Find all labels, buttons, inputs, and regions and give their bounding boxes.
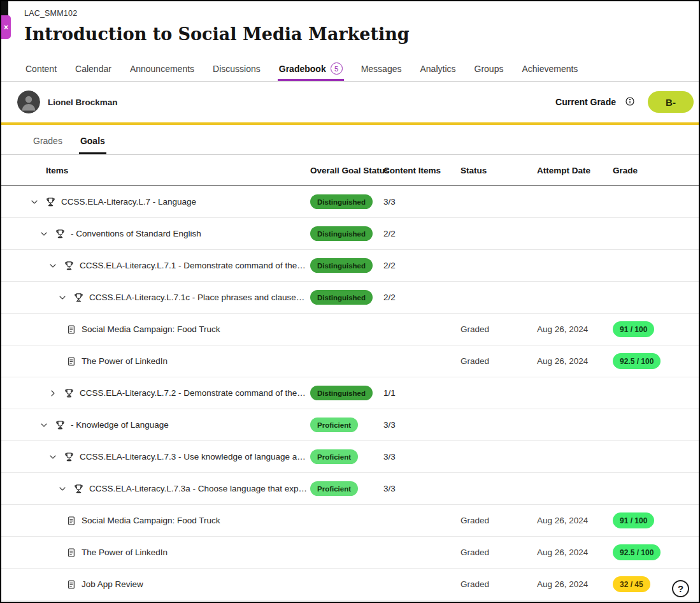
goal-icon [73, 292, 84, 303]
table-row: Social Media Campaign: Food Truck Graded… [1, 314, 699, 345]
document-icon [66, 356, 76, 367]
collapse-panel-tab[interactable]: × [1, 15, 11, 39]
tab-announcements[interactable]: Announcements [129, 56, 196, 81]
expand-collapse-toggle[interactable] [38, 419, 50, 431]
expand-collapse-toggle[interactable] [47, 260, 59, 272]
column-header-content-items: Content Items [383, 166, 461, 175]
column-header-status: Status [461, 166, 537, 175]
item-status: Graded [461, 579, 537, 589]
tab-content[interactable]: Content [24, 56, 58, 81]
item-label[interactable]: Job App Review [82, 579, 143, 589]
goal-icon [45, 196, 56, 207]
tab-groups[interactable]: Groups [473, 56, 505, 81]
current-grade-pill[interactable]: B- [648, 91, 694, 113]
expand-collapse-toggle[interactable] [29, 196, 40, 208]
item-label[interactable]: Social Media Campaign: Food Truck [82, 324, 220, 334]
attempt-date: Aug 26, 2024 [537, 516, 613, 525]
document-icon [66, 516, 76, 526]
table-row: CCSS.ELA-Literacy.L.7.1 - Demonstrate co… [1, 250, 699, 282]
goal-label: CCSS.ELA-Literacy.L.7.3a - Choose langua… [89, 484, 308, 493]
goal-label: CCSS.ELA-Literacy.L.7.1c - Place phrases… [89, 293, 308, 302]
grade-pill[interactable]: 92.5 / 100 [613, 353, 661, 369]
chevron-down-icon [39, 229, 49, 239]
student-name: Lionel Brockman [48, 98, 118, 107]
grade-pill[interactable]: 92.5 / 100 [613, 544, 661, 560]
current-grade-group: Current Grade B- [555, 91, 694, 113]
column-header-grade: Grade [613, 166, 699, 175]
table-row: CCSS.ELA-Literacy.L.7.2 - Demonstrate co… [1, 377, 699, 409]
subtab-grades[interactable]: Grades [32, 136, 64, 154]
avatar[interactable] [17, 91, 40, 113]
goal-status-badge: Distinguished [310, 258, 373, 273]
goal-icon [64, 451, 75, 462]
subtab-goals[interactable]: Goals [79, 136, 106, 154]
content-items-count: 2/2 [383, 293, 461, 302]
item-status: Graded [461, 516, 537, 525]
table-row: - Knowledge of Language Proficient 3/3 [1, 409, 699, 441]
goal-label: - Knowledge of Language [71, 420, 169, 430]
goal-label: CCSS.ELA-Literacy.L.7 - Language [61, 197, 196, 207]
goal-icon [64, 260, 75, 271]
chevron-down-icon [48, 452, 58, 462]
course-gradebook-window: × LAC_SMM102 Introduction to Social Medi… [0, 0, 700, 603]
table-row: Job App Review Graded Aug 26, 2024 32 / … [1, 569, 699, 600]
goals-table-header: Items Overall Goal Status Content Items … [1, 155, 699, 186]
help-icon[interactable]: ? [672, 580, 689, 597]
expand-collapse-toggle[interactable] [47, 451, 59, 463]
content-items-count: 2/2 [383, 261, 461, 270]
item-label[interactable]: Social Media Campaign: Food Truck [82, 516, 220, 525]
tab-discussions[interactable]: Discussions [211, 56, 262, 81]
grade-pill[interactable]: 32 / 45 [613, 576, 650, 592]
content-items-count: 3/3 [383, 197, 461, 207]
expand-collapse-toggle[interactable] [57, 292, 68, 303]
tab-messages[interactable]: Messages [360, 56, 403, 81]
collapsed-panel-edge [1, 1, 8, 17]
chevron-right-icon [48, 388, 58, 398]
goal-icon [73, 483, 84, 494]
chevron-down-icon [57, 484, 68, 494]
chevron-down-icon [48, 261, 58, 271]
course-code: LAC_SMM102 [24, 8, 699, 18]
table-row: - Conventions of Standard English Distin… [1, 218, 699, 250]
item-label[interactable]: The Power of LinkedIn [82, 356, 168, 366]
column-header-items: Items [1, 166, 310, 175]
attempt-date: Aug 26, 2024 [537, 324, 613, 334]
current-grade-label: Current Grade [555, 97, 616, 107]
grade-pill[interactable]: 91 / 100 [613, 512, 654, 528]
goal-status-badge: Proficient [310, 418, 358, 432]
chevron-down-icon [29, 197, 39, 207]
tab-achievements[interactable]: Achievements [520, 56, 579, 81]
document-icon [66, 324, 76, 335]
content-items-count: 3/3 [383, 452, 461, 461]
expand-collapse-toggle[interactable] [47, 388, 59, 399]
goal-status-badge: Distinguished [310, 226, 373, 241]
grade-pill[interactable]: 91 / 100 [613, 321, 654, 337]
expand-collapse-toggle[interactable] [57, 483, 68, 495]
item-status: Graded [461, 324, 537, 334]
document-icon [66, 548, 76, 558]
gradebook-subtabs: Grades Goals [1, 125, 699, 155]
attempt-date: Aug 26, 2024 [537, 548, 613, 557]
goal-label: - Conventions of Standard English [71, 229, 201, 238]
column-header-overall-goal-status: Overall Goal Status [310, 166, 383, 175]
table-row: CCSS.ELA-Literacy.L.7.3a - Choose langua… [1, 473, 699, 505]
table-row: The Power of LinkedIn Graded Aug 26, 202… [1, 345, 699, 377]
goal-label: CCSS.ELA-Literacy.L.7.3 - Use knowledge … [80, 452, 308, 461]
goal-status-badge: Proficient [310, 481, 358, 496]
content-items-count: 1/1 [383, 388, 461, 398]
table-row: CCSS.ELA-Literacy.L.7 - Language Disting… [1, 186, 699, 218]
attempt-date: Aug 26, 2024 [537, 579, 613, 589]
content-items-count: 3/3 [383, 420, 461, 430]
item-label[interactable]: The Power of LinkedIn [82, 548, 168, 557]
chevron-down-icon [57, 293, 68, 303]
item-status: Graded [461, 356, 537, 366]
tab-calendar[interactable]: Calendar [74, 56, 113, 81]
tab-analytics[interactable]: Analytics [418, 56, 457, 81]
goal-status-badge: Distinguished [310, 290, 373, 305]
document-icon [66, 579, 76, 590]
expand-collapse-toggle[interactable] [38, 228, 50, 240]
info-icon[interactable] [624, 96, 636, 108]
table-row: Social Media Campaign: Food Truck Graded… [1, 505, 699, 537]
course-nav: Content Calendar Announcements Discussio… [1, 56, 699, 82]
tab-gradebook[interactable]: Gradebook 5 [278, 56, 344, 81]
